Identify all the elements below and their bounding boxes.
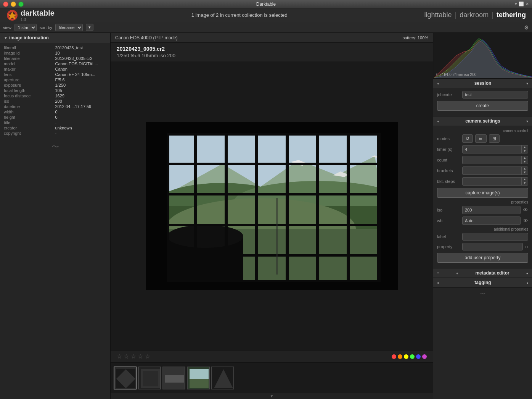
- mode-single-icon[interactable]: ↺: [462, 134, 473, 143]
- mode-bracket-icon[interactable]: ⫢: [475, 134, 487, 143]
- wb-input[interactable]: [463, 217, 520, 224]
- filmstrip-thumb-5[interactable]: [211, 367, 234, 389]
- camera-control-label: camera control: [437, 129, 528, 133]
- battery-info: battery: 100%: [402, 36, 428, 40]
- left-panel-decoration: 〜: [51, 142, 59, 152]
- mode-grid-icon[interactable]: ⊞: [489, 134, 500, 143]
- session-header[interactable]: ● session ▾: [433, 79, 532, 88]
- lens-key: lens: [4, 72, 55, 77]
- nav-tethering[interactable]: tethering: [497, 11, 526, 19]
- minimize-button[interactable]: [11, 2, 16, 7]
- maker-key: maker: [4, 67, 55, 71]
- wb-eye-icon[interactable]: 👁: [523, 218, 528, 224]
- label-row: label: [437, 233, 528, 241]
- rating-bar: ☆ ☆ ☆ ☆ ☆: [111, 350, 433, 362]
- svg-rect-29: [146, 122, 167, 290]
- bkt-steps-up-icon[interactable]: ▲: [522, 178, 528, 181]
- add-user-property-button[interactable]: add user property: [437, 253, 528, 263]
- sort-order-button[interactable]: ▾: [86, 24, 93, 31]
- blue-label[interactable]: [416, 354, 421, 359]
- capture-button[interactable]: capture image(s): [437, 188, 528, 198]
- jobcode-label: jobcode: [437, 92, 460, 97]
- timer-down-icon[interactable]: ▼: [522, 149, 528, 153]
- logo-area: darktable 1.0: [6, 9, 55, 22]
- sort-select[interactable]: filename: [55, 24, 83, 31]
- additional-properties-label: additional properties: [437, 227, 528, 231]
- image-display: [111, 61, 433, 350]
- image-filename: 20120423_0005.cr2: [117, 46, 427, 52]
- filmstrip-thumb-2[interactable]: [138, 367, 161, 389]
- maximize-button[interactable]: [18, 2, 24, 7]
- yellow-label[interactable]: [404, 354, 408, 359]
- filmstrip-thumb-1[interactable]: [114, 367, 137, 389]
- tagging-header[interactable]: ● tagging ◂: [433, 278, 532, 287]
- toolbar: view 1 star sort by filename ▾ ⚙: [0, 22, 532, 33]
- iso-input[interactable]: [463, 207, 520, 213]
- close-button[interactable]: [3, 2, 8, 7]
- metadata-editor-header[interactable]: ≡ ● metadata editor ◂: [433, 268, 532, 278]
- filmroll-key: filmroll: [4, 45, 55, 50]
- tagging-title: tagging: [474, 280, 491, 285]
- section-arrow-icon: ▼: [4, 36, 8, 40]
- count-input[interactable]: [463, 157, 521, 163]
- title-val: -: [55, 120, 107, 125]
- timer-label: timer (s): [437, 147, 460, 152]
- timer-arrows: ▲ ▼: [521, 145, 528, 153]
- timer-spinner: ▲ ▼: [462, 145, 528, 153]
- darktable-logo: [6, 9, 18, 21]
- image-info-header[interactable]: ▼ image information: [0, 33, 110, 43]
- brackets-spinner: ▲ ▼: [462, 166, 528, 175]
- timer-input[interactable]: [463, 146, 521, 153]
- bkt-steps-input[interactable]: [463, 178, 521, 185]
- star-rating[interactable]: ☆ ☆ ☆ ☆ ☆: [117, 353, 150, 360]
- window-title: Darktable: [256, 2, 276, 7]
- wb-up-icon[interactable]: ▲: [520, 217, 521, 221]
- orange-label[interactable]: [398, 354, 402, 359]
- brackets-input[interactable]: [463, 167, 521, 174]
- window-icon-2[interactable]: ⬜: [519, 2, 524, 6]
- red-label[interactable]: [392, 354, 396, 359]
- brackets-down-icon[interactable]: ▼: [522, 171, 528, 174]
- timer-up-icon[interactable]: ▲: [522, 145, 528, 149]
- view-select[interactable]: 1 star: [14, 24, 37, 31]
- count-up-icon[interactable]: ▲: [522, 156, 528, 160]
- focal-length-val: 105: [55, 88, 107, 93]
- filename-val: 20120423_0005.cr2: [55, 56, 107, 61]
- bkt-steps-down-icon[interactable]: ▼: [522, 181, 528, 185]
- creator-val: unknown: [55, 126, 107, 130]
- property-input[interactable]: [462, 243, 523, 250]
- wb-down-icon[interactable]: ▼: [520, 221, 521, 225]
- filmstrip-thumb-4[interactable]: [187, 367, 210, 389]
- count-arrows: ▲ ▼: [521, 156, 528, 164]
- count-down-icon[interactable]: ▼: [522, 160, 528, 164]
- iso-eye-icon[interactable]: 👁: [523, 207, 528, 213]
- focal-length-key: focal length: [4, 88, 55, 93]
- iso-up-icon[interactable]: ▲: [520, 206, 521, 210]
- camera-settings-header[interactable]: ● camera settings ▾: [433, 116, 532, 126]
- nav-lighttable[interactable]: lighttable: [424, 11, 452, 19]
- app-name: darktable: [21, 9, 55, 18]
- create-button[interactable]: create: [437, 101, 528, 111]
- purple-label[interactable]: [422, 354, 427, 359]
- nav-darkroom[interactable]: darkroom: [460, 11, 489, 19]
- green-label[interactable]: [410, 354, 415, 359]
- camera-settings-body: camera control modes ↺ ⫢ ⊞ timer (s) ▲ ▼: [433, 126, 532, 268]
- filmstrip-thumb-3[interactable]: [162, 367, 185, 389]
- iso-down-icon[interactable]: ▼: [520, 210, 521, 214]
- jobcode-input[interactable]: [462, 91, 528, 99]
- svg-rect-30: [381, 122, 398, 290]
- camera-settings-section: ● camera settings ▾ camera control modes…: [433, 116, 532, 268]
- property-refresh-icon[interactable]: ○: [525, 244, 528, 250]
- session-section: ● session ▾ jobcode create: [433, 79, 532, 116]
- modes-row: modes ↺ ⫢ ⊞: [437, 134, 528, 143]
- iso-label: iso: [437, 208, 460, 212]
- window-close-icon[interactable]: ✕: [526, 2, 529, 6]
- brackets-up-icon[interactable]: ▲: [522, 167, 528, 171]
- bottom-toggle[interactable]: ▼: [111, 393, 433, 399]
- right-panel-decoration: 〜: [480, 291, 485, 297]
- filmroll-val: 20120423_test: [55, 45, 107, 50]
- settings-icon[interactable]: ⚙: [524, 24, 529, 31]
- chevron-down-icon[interactable]: ▾: [515, 2, 517, 6]
- brackets-arrows: ▲ ▼: [521, 167, 528, 174]
- label-input[interactable]: [462, 233, 528, 241]
